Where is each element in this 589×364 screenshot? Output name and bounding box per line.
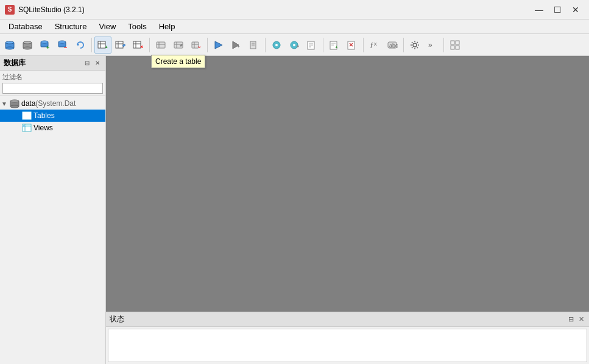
menu-help[interactable]: Help (153, 21, 182, 32)
svg-rect-77 (26, 125, 30, 127)
minimize-button[interactable]: — (531, 2, 548, 17)
trigger-delete-button[interactable] (245, 37, 263, 54)
svg-text:×: × (198, 44, 201, 50)
database-label: data (21, 99, 35, 108)
svg-point-66 (10, 100, 19, 102)
views-label: Views (34, 124, 53, 132)
toolbar: + − + (0, 34, 589, 56)
filter-label: 过滤名 (2, 72, 103, 82)
svg-point-67 (10, 105, 19, 108)
svg-rect-63 (451, 46, 454, 49)
tables-icon (22, 111, 32, 121)
maximize-button[interactable]: ☐ (549, 2, 566, 17)
tables-label: Tables (34, 111, 55, 120)
svg-point-1 (5, 41, 14, 44)
app-icon: S (5, 5, 15, 15)
separator-1 (91, 38, 92, 52)
separator-3 (207, 38, 208, 52)
trigger-edit-button[interactable]: + (228, 37, 245, 54)
title-bar: S SQLiteStudio (3.2.1) — ☐ ✕ (0, 0, 589, 19)
panel-header-controls: ⊟ ✕ (83, 59, 102, 68)
expand-icon: ▼ (1, 100, 10, 107)
query-close-button[interactable] (344, 37, 361, 54)
function-button[interactable]: f x (366, 37, 383, 54)
trigger-create-button[interactable] (210, 37, 227, 54)
tree-item-views[interactable]: Views (0, 122, 105, 134)
svg-text:+: + (105, 44, 108, 50)
config-button[interactable] (406, 37, 423, 54)
tree-item-database[interactable]: ▼ data (System.Dat (0, 97, 105, 110)
database-panel: 数据库 ⊟ ✕ 过滤名 ▼ data (0, 56, 106, 364)
window-title: SQLiteStudio (3.2.1) (18, 5, 531, 14)
db-add-button[interactable]: + (37, 37, 54, 54)
svg-text:×: × (140, 44, 143, 50)
svg-point-43 (293, 44, 295, 46)
database-icon (10, 99, 19, 108)
status-panel-header: 状态 ⊟ ✕ (106, 312, 589, 327)
db-refresh-button[interactable] (72, 37, 89, 54)
svg-text:»: » (428, 41, 432, 49)
svg-text:f: f (370, 41, 373, 50)
svg-rect-62 (456, 41, 459, 44)
index-create-button[interactable] (152, 37, 169, 54)
svg-rect-71 (23, 113, 25, 114)
status-close-button[interactable]: ✕ (577, 315, 585, 324)
panel-restore-button[interactable]: ⊟ (83, 59, 91, 68)
window-controls: — ☐ ✕ (531, 2, 584, 17)
table-create-button[interactable]: + (94, 37, 111, 54)
grid-button[interactable] (446, 37, 464, 54)
right-panel: 状态 ⊟ ✕ (106, 56, 589, 364)
svg-marker-34 (215, 41, 222, 49)
tree-item-tables[interactable]: Tables (0, 110, 105, 122)
close-button[interactable]: ✕ (567, 2, 584, 17)
menu-bar: Database Structure View Tools Help (0, 19, 589, 34)
query-new-button[interactable]: + (326, 37, 343, 54)
separator-7 (403, 38, 404, 52)
tree-view: ▼ data (System.Dat (0, 96, 105, 364)
views-icon (22, 123, 32, 133)
svg-rect-61 (451, 41, 454, 44)
status-panel-title: 状态 (110, 314, 124, 324)
workspace (106, 56, 589, 312)
svg-text:−: − (64, 44, 67, 51)
separator-4 (265, 38, 266, 52)
filter-input[interactable] (2, 83, 103, 94)
svg-text:x: x (374, 41, 377, 47)
table-delete-button[interactable]: × (130, 37, 147, 54)
menu-structure[interactable]: Structure (49, 21, 93, 32)
query-open-button[interactable] (303, 37, 320, 54)
svg-point-2 (5, 47, 14, 49)
status-panel: 状态 ⊟ ✕ (106, 312, 589, 364)
main-area: 数据库 ⊟ ✕ 过滤名 ▼ data (0, 56, 589, 364)
svg-point-41 (275, 44, 278, 46)
menu-tools[interactable]: Tools (122, 21, 152, 32)
database-sublabel: (System.Dat (35, 99, 76, 108)
svg-rect-72 (26, 113, 30, 114)
panel-close-button[interactable]: ✕ (93, 59, 102, 68)
function2-button[interactable]: abc (384, 37, 401, 54)
svg-point-7 (41, 41, 48, 43)
svg-rect-24 (157, 42, 165, 48)
view-create-button[interactable] (268, 37, 285, 54)
svg-point-5 (23, 47, 32, 49)
svg-rect-76 (23, 125, 25, 127)
view-edit-button[interactable] (286, 37, 303, 54)
database-panel-title: 数据库 (4, 58, 26, 68)
menu-database[interactable]: Database (2, 21, 49, 32)
db-remove-button[interactable]: − (54, 37, 71, 54)
svg-text:+: + (335, 44, 338, 50)
separator-2 (149, 38, 150, 52)
index-delete-button[interactable]: × (188, 37, 205, 54)
status-restore-button[interactable]: ⊟ (566, 315, 575, 324)
menu-view[interactable]: View (93, 21, 122, 32)
svg-text:+: + (237, 44, 240, 49)
separator-5 (323, 38, 323, 52)
svg-text:+: + (46, 44, 49, 51)
svg-rect-17 (116, 41, 123, 48)
db-disconnect-button[interactable] (19, 37, 36, 54)
more-button[interactable]: » (424, 37, 441, 54)
svg-text:abc: abc (389, 43, 398, 49)
table-edit-button[interactable] (112, 37, 129, 54)
index-edit-button[interactable] (170, 37, 187, 54)
db-connect-button[interactable] (1, 37, 18, 54)
